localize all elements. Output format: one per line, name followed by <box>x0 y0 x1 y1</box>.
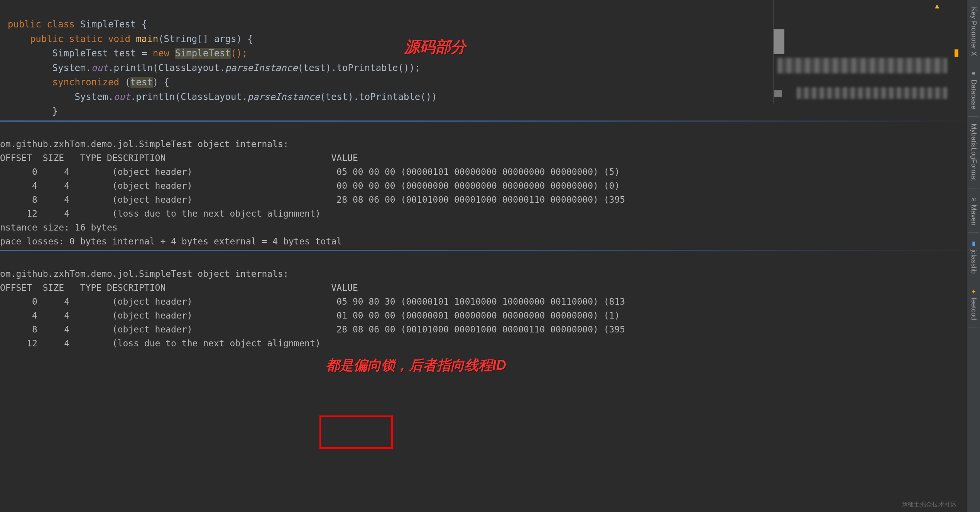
annotation-source-code: 源码部分 <box>404 36 466 58</box>
keyword: public class <box>8 19 80 30</box>
console-line: pace losses: 0 bytes internal + 4 bytes … <box>0 236 342 246</box>
code-text: (test).toPrintable()) <box>320 92 437 102</box>
semicolon: (); <box>231 48 247 59</box>
blurred-area <box>774 39 784 54</box>
console-row: 12 4 (loss due to the next object alignm… <box>0 209 321 219</box>
highlight-box <box>319 415 393 449</box>
console-row: 4 4 (object header) 01 00 00 00 (0000000… <box>0 310 620 320</box>
watermark: @稀土掘金技术社区 <box>901 501 957 509</box>
console-header: OFFSET SIZE TYPE DESCRIPTION VALUE <box>0 283 358 293</box>
highlighted-class: SimpleTest <box>175 48 231 59</box>
tool-tab-leetcode[interactable]: ✦leetcod <box>968 281 979 327</box>
warning-icon[interactable]: ▲ <box>935 2 939 10</box>
keyword: new <box>153 48 175 59</box>
console-line: om.github.zxhTom.demo.jol.SimpleTest obj… <box>0 139 289 149</box>
paren: ( <box>125 77 130 88</box>
annotation-biased-lock: 都是偏向锁，后者指向线程ID <box>326 356 506 375</box>
brace: } <box>8 106 58 117</box>
brace: ) { <box>153 77 169 88</box>
tool-tab-database[interactable]: ≡Database <box>968 63 979 117</box>
tool-tab-maven[interactable]: mMaven <box>968 188 979 233</box>
class-name: SimpleTest <box>80 19 142 30</box>
database-icon: ≡ <box>972 70 975 77</box>
error-stripe-mark[interactable] <box>955 49 958 57</box>
brace: { <box>142 19 147 30</box>
console-row: 8 4 (object header) 28 08 06 00 (0010100… <box>0 195 625 205</box>
static-method: parseInstance <box>247 92 320 102</box>
keyword: public static void <box>8 34 136 44</box>
tool-tab-jclasslib[interactable]: ▮jclasslib <box>968 233 979 281</box>
blurred-area <box>797 87 947 99</box>
code-text: System. <box>8 92 114 102</box>
code-text: SimpleTest test = <box>8 48 153 59</box>
code-text: .println(ClassLayout. <box>108 63 225 73</box>
jclasslib-icon: ▮ <box>972 240 975 247</box>
separator <box>0 120 980 122</box>
field-ref: out <box>91 63 108 73</box>
highlighted-var: test <box>130 77 153 88</box>
console-header: OFFSET SIZE TYPE DESCRIPTION VALUE <box>0 153 358 163</box>
console-output-block-1[interactable]: om.github.zxhTom.demo.jol.SimpleTest obj… <box>0 124 980 249</box>
console-row: 12 4 (loss due to the next object alignm… <box>0 338 321 348</box>
method-name: main <box>136 34 158 44</box>
console-row: 0 4 (object header) 05 00 00 00 (0000010… <box>0 167 620 177</box>
console-line: nstance size: 16 bytes <box>0 222 118 232</box>
field-ref: out <box>114 92 130 102</box>
code-text: System. <box>8 63 91 73</box>
blurred-area <box>774 90 782 97</box>
code-text: (test).toPrintable()); <box>297 63 420 73</box>
console-output-block-2[interactable]: om.github.zxhTom.demo.jol.SimpleTest obj… <box>0 253 980 350</box>
tool-tab-key-promoter[interactable]: Key Promoter X <box>968 0 979 63</box>
minimap-area: ▲ <box>773 0 958 103</box>
blurred-area <box>777 58 947 73</box>
keyword: synchronized <box>52 77 125 88</box>
indent <box>8 77 52 88</box>
params: (String[] args) { <box>158 34 253 44</box>
console-row: 8 4 (object header) 28 08 06 00 (0010100… <box>0 324 625 334</box>
leetcode-icon: ✦ <box>971 288 976 295</box>
console-line: om.github.zxhTom.demo.jol.SimpleTest obj… <box>0 269 289 279</box>
tool-tab-mybatis-log[interactable]: MybatisLogFormat <box>968 117 979 188</box>
separator <box>0 250 980 251</box>
console-row: 4 4 (object header) 00 00 00 00 (0000000… <box>0 181 620 191</box>
console-row: 0 4 (object header) 05 90 80 30 (0000010… <box>0 297 625 307</box>
maven-icon: m <box>972 195 976 202</box>
right-tool-window-bar: Key Promoter X ≡Database MybatisLogForma… <box>967 0 980 512</box>
code-text: .println(ClassLayout. <box>130 92 247 102</box>
static-method: parseInstance <box>225 63 298 73</box>
